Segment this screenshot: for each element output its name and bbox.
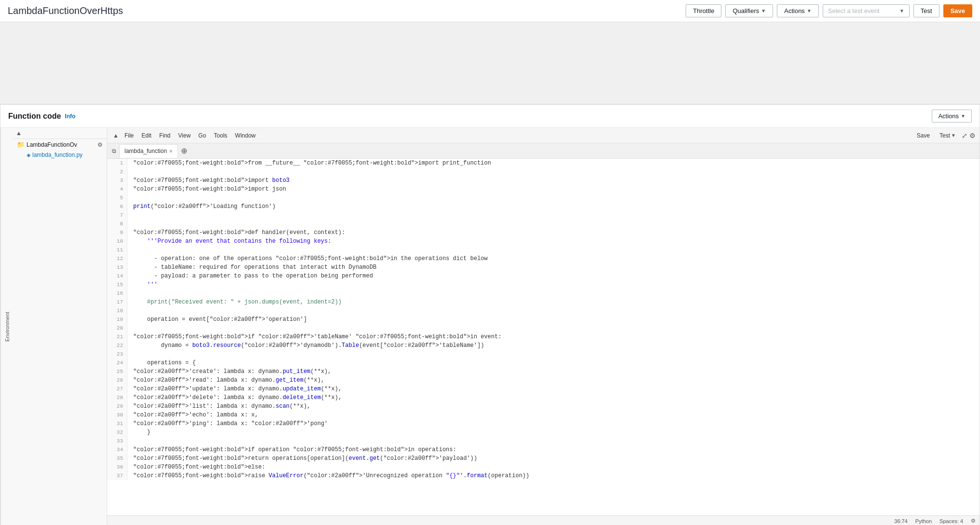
function-code-actions-button[interactable]: Actions ▼ — [932, 110, 972, 123]
editor-test-chevron-icon: ▼ — [951, 133, 956, 138]
code-line: "color:#7f0055;font-weight:bold">if oper… — [133, 445, 974, 454]
code-line: "color:#7f0055;font-weight:bold">return … — [133, 454, 974, 463]
file-icon: ◈ — [27, 152, 30, 158]
gear-icon[interactable]: ⚙ — [97, 141, 103, 148]
editor-save[interactable]: Save — [913, 130, 934, 141]
code-line: "color:#7f0055;font-weight:bold">import … — [133, 176, 974, 185]
panel-header: Function code Info Actions ▼ — [0, 105, 980, 128]
code-line: "color:#2a00ff">'read': lambda x: dynamo… — [133, 376, 974, 385]
test-event-chevron-icon: ▼ — [899, 8, 904, 14]
code-lines: 1234567891011121314151617181920212223242… — [107, 159, 980, 480]
menu-tools[interactable]: Tools — [210, 130, 231, 141]
code-line: "color:#7f0055;font-weight:bold">raise V… — [133, 471, 974, 480]
folder-label: LambdaFunctionOv — [27, 141, 77, 148]
settings-gear-icon[interactable]: ⚙ — [971, 518, 976, 524]
code-line: "color:#7f0055;font-weight:bold">else: — [133, 463, 974, 471]
editor-test[interactable]: Test ▼ — [936, 130, 960, 141]
collapse-button[interactable]: ▲ — [111, 132, 121, 139]
file-tree-toolbar: ▲ — [13, 128, 107, 139]
collapse-icon[interactable]: ▲ — [16, 130, 22, 137]
throttle-button[interactable]: Throttle — [686, 4, 721, 17]
editor-tabs: ⧉ lambda_function ✕ ⊕ — [107, 143, 980, 159]
code-line: operation = event["color:#2a00ff">'opera… — [133, 315, 974, 324]
file-item[interactable]: ◈ lambda_function.py — [13, 150, 107, 160]
code-line — [133, 211, 974, 220]
file-tree: ▲ 📁 LambdaFunctionOv ⚙ ◈ lambda_function… — [13, 128, 107, 525]
test-button[interactable]: Test — [913, 4, 939, 17]
code-line: "color:#7f0055;font-weight:bold">import … — [133, 185, 974, 193]
code-line — [133, 289, 974, 298]
code-line: - tableName: required for operations tha… — [133, 263, 974, 272]
gray-band — [0, 22, 980, 104]
editor-menubar: ▲ File Edit Find View Go Tools Window Sa… — [107, 128, 980, 143]
function-code-panel: Function code Info Actions ▼ Environment… — [0, 104, 980, 525]
code-line — [133, 306, 974, 315]
code-line — [133, 193, 974, 202]
environment-sidebar[interactable]: Environment — [0, 128, 13, 525]
qualifiers-button[interactable]: Qualifiers ▼ — [725, 4, 773, 17]
cursor-position: 36:74 — [894, 518, 908, 524]
code-editor[interactable]: 1234567891011121314151617181920212223242… — [107, 159, 980, 515]
code-line: dynamo = boto3.resource("color:#2a00ff">… — [133, 341, 974, 350]
editor-menubar-right: Save Test ▼ ⤢ ⚙ — [913, 130, 976, 141]
code-line: "color:#2a00ff">'ping': lambda x: "color… — [133, 419, 974, 428]
top-bar: LambdaFunctionOverHttps Throttle Qualifi… — [0, 0, 980, 22]
code-line: "color:#2a00ff">'update': lambda x: dyna… — [133, 385, 974, 393]
function-code-title: Function code — [8, 112, 61, 121]
code-line: "color:#2a00ff">'create': lambda x: dyna… — [133, 367, 974, 376]
code-line — [133, 167, 974, 176]
code-line — [133, 246, 974, 254]
code-line: print("color:#2a00ff">'Loading function'… — [133, 202, 974, 211]
editor-container: Environment ▲ 📁 LambdaFunctionOv ⚙ ◈ lam… — [0, 128, 980, 525]
settings-icon[interactable]: ⚙ — [969, 132, 976, 139]
expand-icon[interactable]: ⤢ — [962, 132, 967, 139]
folder-item[interactable]: 📁 LambdaFunctionOv ⚙ — [13, 139, 107, 150]
menu-view[interactable]: View — [174, 130, 194, 141]
code-line: "color:#2a00ff">'delete': lambda x: dyna… — [133, 393, 974, 402]
code-line: #print("Received event: " + json.dumps(e… — [133, 298, 974, 306]
code-area: ▲ File Edit Find View Go Tools Window Sa… — [107, 128, 980, 525]
actions-button[interactable]: Actions ▼ — [777, 4, 819, 17]
tab-lambda-function[interactable]: lambda_function ✕ — [119, 144, 178, 158]
code-content[interactable]: "color:#7f0055;font-weight:bold">from __… — [127, 159, 980, 480]
spaces-label: Spaces: 4 — [939, 518, 963, 524]
code-line: - operation: one of the operations "colo… — [133, 254, 974, 263]
menu-window[interactable]: Window — [231, 130, 260, 141]
code-line — [133, 220, 974, 228]
code-line: "color:#2a00ff">'list': lambda x: dynamo… — [133, 402, 974, 411]
code-line: "color:#2a00ff">'echo': lambda x: x, — [133, 411, 974, 419]
test-event-select[interactable]: Select a test event ▼ — [823, 4, 910, 17]
code-line — [133, 324, 974, 332]
tab-add-button[interactable]: ⊕ — [178, 144, 190, 157]
menu-go[interactable]: Go — [194, 130, 210, 141]
code-line: '''Provide an event that contains the fo… — [133, 237, 974, 246]
tab-close-icon[interactable]: ✕ — [169, 149, 173, 154]
code-line: "color:#7f0055;font-weight:bold">from __… — [133, 159, 974, 167]
status-bar: 36:74 Python Spaces: 4 ⚙ — [107, 515, 980, 525]
code-line: operations = { — [133, 359, 974, 367]
menu-file[interactable]: File — [121, 130, 138, 141]
page-title: LambdaFunctionOverHttps — [8, 5, 682, 16]
folder-icon: 📁 — [17, 141, 25, 148]
info-link[interactable]: Info — [65, 113, 75, 120]
file-label: lambda_function.py — [32, 152, 83, 158]
language-label: Python — [915, 518, 932, 524]
code-line: - payload: a parameter to pass to the op… — [133, 272, 974, 280]
qualifiers-chevron-icon: ▼ — [761, 8, 766, 14]
code-line: "color:#7f0055;font-weight:bold">def han… — [133, 228, 974, 237]
code-line: } — [133, 428, 974, 437]
code-line: ''' — [133, 280, 974, 289]
code-line — [133, 437, 974, 445]
save-button[interactable]: Save — [943, 4, 972, 17]
code-line — [133, 350, 974, 359]
line-numbers: 1234567891011121314151617181920212223242… — [107, 159, 127, 480]
menu-edit[interactable]: Edit — [138, 130, 155, 141]
menu-find[interactable]: Find — [155, 130, 174, 141]
tab-label: lambda_function — [124, 148, 167, 154]
tab-copy-button[interactable]: ⧉ — [109, 146, 119, 156]
function-code-actions-chevron-icon: ▼ — [961, 113, 966, 119]
actions-chevron-icon: ▼ — [807, 8, 812, 14]
code-line: "color:#7f0055;font-weight:bold">if "col… — [133, 332, 974, 341]
